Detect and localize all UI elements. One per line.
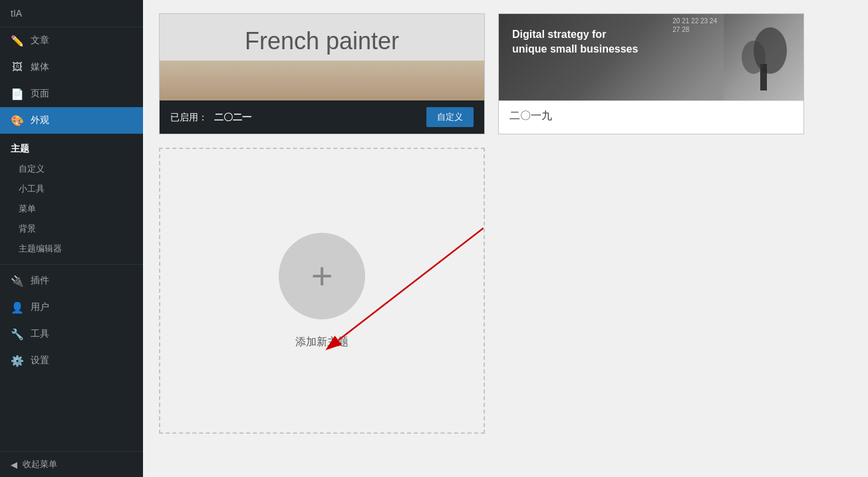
sidebar-subitem-customize[interactable]: 自定义 [0,159,143,179]
add-theme-label: 添加新主题 [295,335,349,349]
active-label: 已启用： [170,112,208,122]
calendar-decoration: 20 21 22 23 24 27 28 [672,17,717,34]
sidebar-item-label: 页面 [31,88,49,100]
sidebar-divider [0,264,143,265]
sidebar-item-pages[interactable]: 📄 页面 [0,80,143,107]
posts-icon: ✏️ [11,34,24,47]
collapse-arrow-icon: ◀ [11,460,17,470]
themes-area: French painter 已启用： 二〇二一 自定义 Digital str… [143,0,868,447]
sidebar-item-plugins[interactable]: 🔌 插件 [0,267,143,294]
active-theme-card: French painter 已启用： 二〇二一 自定义 [159,13,485,134]
sidebar-item-label: 外观 [31,114,49,126]
add-theme-card[interactable]: + 添加新主题 [159,148,485,434]
add-theme-circle: + [279,233,365,319]
sidebar-item-label: 插件 [31,275,49,287]
active-theme-label-group: 已启用： 二〇二一 [170,111,251,124]
sidebar-item-users[interactable]: 👤 用户 [0,294,143,321]
media-icon: 🖼 [11,61,24,74]
sidebar-item-label: 用户 [31,301,49,313]
active-theme-preview-title: French painter [245,27,399,55]
sidebar-item-settings[interactable]: ⚙️ 设置 [0,347,143,374]
collapse-label: 收起菜单 [23,458,57,470]
main-content: French painter 已启用： 二〇二一 自定义 Digital str… [143,0,868,477]
pages-icon: 📄 [11,87,24,100]
other-theme-card[interactable]: Digital strategy for unique small busine… [498,13,804,134]
sidebar-item-label: 工具 [31,328,49,340]
sidebar-collapse-button[interactable]: ◀ 收起菜单 [0,451,143,477]
sidebar-item-label: 文章 [31,35,49,47]
sidebar-item-posts[interactable]: ✏️ 文章 [0,27,143,54]
other-theme-name: 二〇一九 [509,110,552,121]
other-theme-decoration [724,14,803,100]
other-theme-text: Digital strategy for unique small busine… [512,27,638,57]
theme-bottom-row: + 添加新主题 [159,148,852,434]
submenu-title: 主题 [0,139,143,159]
theme-cards-top-row: French painter 已启用： 二〇二一 自定义 Digital str… [159,13,852,134]
sidebar-subitem-menus[interactable]: 菜单 [0,199,143,219]
tools-icon: 🔧 [11,327,24,341]
sidebar-subitem-widgets[interactable]: 小工具 [0,179,143,199]
sidebar-subitem-background[interactable]: 背景 [0,219,143,239]
sidebar-item-media[interactable]: 🖼 媒体 [0,54,143,80]
sidebar-item-label: 设置 [31,355,49,367]
active-theme-name: 二〇二一 [214,112,251,122]
customize-button[interactable]: 自定义 [426,107,474,127]
users-icon: 👤 [11,301,24,314]
sidebar-logo: tIA [0,0,143,27]
sidebar-item-tools[interactable]: 🔧 工具 [0,321,143,347]
add-theme-plus-icon: + [311,257,333,295]
active-theme-preview-image [160,61,484,100]
sidebar-item-label: 媒体 [31,61,49,73]
plugins-icon: 🔌 [11,274,24,287]
active-theme-bar: 已启用： 二〇二一 自定义 [160,100,484,134]
settings-icon: ⚙️ [11,354,24,367]
appearance-icon: 🎨 [11,114,24,127]
other-theme-preview: Digital strategy for unique small busine… [499,14,803,100]
svg-point-2 [742,41,766,74]
appearance-submenu: 主题 自定义 小工具 菜单 背景 主题编辑器 [0,134,143,261]
active-theme-preview: French painter [160,14,484,100]
sidebar-subitem-theme-editor[interactable]: 主题编辑器 [0,239,143,259]
other-theme-name-bar: 二〇一九 [499,100,803,131]
sidebar-item-appearance[interactable]: 🎨 外观 [0,107,143,134]
sidebar-logo-text: tIA [11,8,22,19]
sidebar: tIA ✏️ 文章 🖼 媒体 📄 页面 🎨 外观 主题 自定义 小工具 菜单 背… [0,0,143,477]
